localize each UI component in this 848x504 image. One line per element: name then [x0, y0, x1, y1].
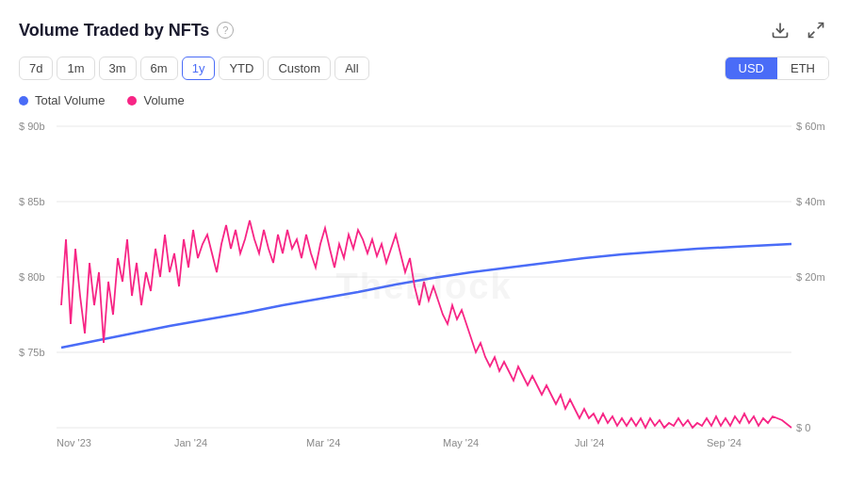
- legend-row: Total Volume Volume: [19, 93, 829, 107]
- filter-3m[interactable]: 3m: [99, 57, 137, 80]
- svg-text:$ 0: $ 0: [796, 422, 810, 433]
- filter-1m[interactable]: 1m: [57, 57, 94, 80]
- help-icon[interactable]: ?: [217, 22, 234, 39]
- filter-7d[interactable]: 7d: [19, 57, 53, 80]
- chart-container: Volume Traded by NFTs ?: [0, 0, 848, 504]
- svg-line-1: [818, 24, 824, 29]
- chart-area: TheBlock $ 90b $ 85b $ 80b $ 75b $ 60m $…: [19, 117, 829, 456]
- svg-text:May '24: May '24: [443, 437, 479, 448]
- currency-eth[interactable]: ETH: [777, 57, 828, 79]
- header-row: Volume Traded by NFTs ?: [19, 17, 829, 43]
- svg-text:Mar '24: Mar '24: [306, 437, 340, 448]
- svg-text:Jul '24: Jul '24: [575, 437, 604, 448]
- expand-button[interactable]: [803, 17, 829, 43]
- filter-1y[interactable]: 1y: [182, 57, 216, 80]
- title-group: Volume Traded by NFTs ?: [19, 21, 234, 41]
- chart-title: Volume Traded by NFTs: [19, 21, 209, 41]
- time-filters: 7d 1m 3m 6m 1y YTD Custom All: [19, 57, 369, 80]
- currency-usd[interactable]: USD: [726, 57, 777, 79]
- volume-line: [61, 220, 791, 428]
- legend-total-volume-label: Total Volume: [35, 93, 105, 107]
- currency-toggle: USD ETH: [725, 57, 829, 80]
- filter-6m[interactable]: 6m: [140, 57, 178, 80]
- chart-svg: $ 90b $ 85b $ 80b $ 75b $ 60m $ 40m $ 20…: [19, 117, 829, 456]
- svg-text:$ 75b: $ 75b: [19, 347, 45, 358]
- download-button[interactable]: [767, 17, 793, 43]
- svg-text:Sep '24: Sep '24: [707, 437, 742, 448]
- svg-text:$ 20m: $ 20m: [796, 271, 825, 283]
- legend-total-volume: Total Volume: [19, 93, 105, 107]
- filter-ytd[interactable]: YTD: [219, 57, 264, 80]
- svg-text:$ 90b: $ 90b: [19, 121, 45, 132]
- svg-text:$ 60m: $ 60m: [796, 121, 825, 132]
- legend-volume: Volume: [127, 93, 184, 107]
- header-actions: [767, 17, 829, 43]
- controls-row: 7d 1m 3m 6m 1y YTD Custom All USD ETH: [19, 57, 829, 80]
- legend-dot-blue: [19, 96, 28, 106]
- svg-text:Jan '24: Jan '24: [174, 437, 207, 448]
- total-volume-line: [61, 244, 791, 348]
- svg-text:$ 85b: $ 85b: [19, 196, 45, 207]
- svg-text:$ 40m: $ 40m: [796, 196, 825, 207]
- filter-all[interactable]: All: [334, 57, 368, 80]
- svg-text:Nov '23: Nov '23: [57, 437, 91, 448]
- filter-custom[interactable]: Custom: [268, 57, 331, 80]
- svg-line-2: [809, 32, 815, 38]
- legend-volume-label: Volume: [143, 93, 184, 107]
- svg-text:$ 80b: $ 80b: [19, 271, 45, 283]
- legend-dot-pink: [127, 96, 137, 106]
